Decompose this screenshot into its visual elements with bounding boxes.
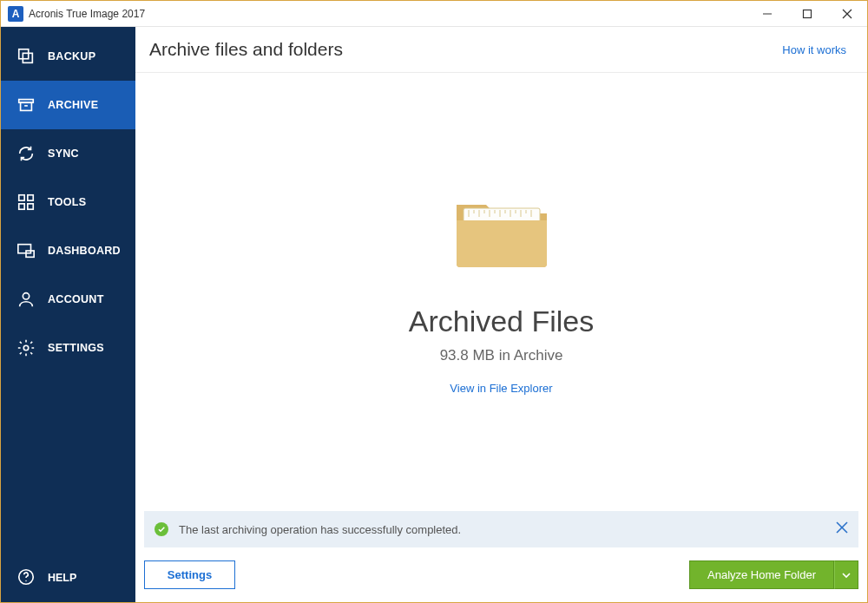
svg-rect-5	[23, 53, 32, 62]
sidebar-item-backup[interactable]: BACKUP	[1, 32, 135, 81]
minimize-button[interactable]	[747, 1, 787, 27]
content-area: Archived Files 93.8 MB in Archive View i…	[135, 73, 867, 511]
close-icon	[842, 9, 852, 19]
sidebar-item-label: ACCOUNT	[48, 293, 104, 305]
backup-icon	[16, 47, 36, 66]
help-icon	[16, 567, 36, 589]
sidebar-item-sync[interactable]: SYNC	[1, 129, 135, 178]
dashboard-icon	[16, 241, 36, 260]
app-window: A Acronis True Image 2017 BACKUP	[0, 0, 868, 603]
sidebar-item-dashboard[interactable]: DASHBOARD	[1, 226, 135, 275]
maximize-button[interactable]	[787, 1, 827, 27]
analyze-button-group: Analyze Home Folder	[689, 560, 858, 589]
success-icon	[155, 522, 168, 536]
page-header: Archive files and folders How it works	[135, 27, 867, 73]
sidebar-item-label: SETTINGS	[48, 342, 104, 354]
sidebar-item-label: ARCHIVE	[48, 99, 98, 111]
analyze-home-folder-button[interactable]: Analyze Home Folder	[689, 560, 834, 589]
app-icon: A	[8, 6, 23, 22]
sidebar-item-settings[interactable]: SETTINGS	[1, 324, 135, 372]
sidebar: BACKUP ARCHIVE SYNC	[1, 27, 135, 602]
svg-rect-12	[28, 204, 33, 209]
status-close-button[interactable]	[836, 521, 848, 537]
svg-point-16	[23, 345, 29, 351]
sidebar-item-help[interactable]: HELP	[1, 554, 135, 602]
svg-rect-14	[26, 251, 34, 257]
sidebar-item-tools[interactable]: TOOLS	[1, 178, 135, 226]
sidebar-item-label: BACKUP	[48, 50, 95, 62]
tools-icon	[16, 193, 36, 212]
folder-icon	[450, 189, 554, 272]
settings-button[interactable]: Settings	[144, 560, 235, 589]
archive-size-label: 93.8 MB in Archive	[440, 347, 563, 364]
chevron-down-icon	[842, 571, 851, 580]
sidebar-item-label: HELP	[48, 572, 76, 584]
minimize-icon	[762, 9, 773, 19]
how-it-works-link[interactable]: How it works	[782, 43, 846, 56]
svg-rect-13	[18, 245, 31, 253]
sidebar-item-label: DASHBOARD	[48, 245, 121, 257]
status-strip: The last archiving operation has success…	[144, 511, 858, 547]
view-in-explorer-link[interactable]: View in File Explorer	[450, 382, 552, 395]
svg-point-18	[25, 580, 26, 580]
page-title: Archive files and folders	[149, 39, 343, 60]
sync-icon	[16, 144, 36, 163]
archive-icon	[16, 95, 36, 115]
main-area: Archive files and folders How it works	[135, 27, 867, 602]
sidebar-item-archive[interactable]: ARCHIVE	[1, 81, 135, 129]
settings-icon	[16, 338, 36, 357]
close-button[interactable]	[827, 1, 867, 27]
title-bar: A Acronis True Image 2017	[1, 1, 867, 27]
bottom-bar: Settings Analyze Home Folder	[135, 547, 867, 602]
archived-files-title: Archived Files	[409, 305, 595, 338]
svg-rect-9	[19, 195, 24, 200]
sidebar-item-label: SYNC	[48, 147, 79, 160]
sidebar-item-label: TOOLS	[48, 196, 86, 208]
analyze-dropdown-button[interactable]	[834, 560, 858, 589]
svg-rect-7	[21, 102, 32, 110]
window-title: Acronis True Image 2017	[29, 8, 145, 20]
sidebar-item-account[interactable]: ACCOUNT	[1, 275, 135, 324]
maximize-icon	[802, 9, 812, 19]
svg-point-15	[23, 293, 29, 299]
svg-rect-10	[28, 195, 33, 200]
status-message: The last archiving operation has success…	[179, 523, 825, 536]
svg-rect-1	[804, 10, 812, 17]
svg-rect-4	[19, 49, 29, 59]
svg-rect-11	[19, 204, 24, 209]
account-icon	[16, 290, 36, 309]
